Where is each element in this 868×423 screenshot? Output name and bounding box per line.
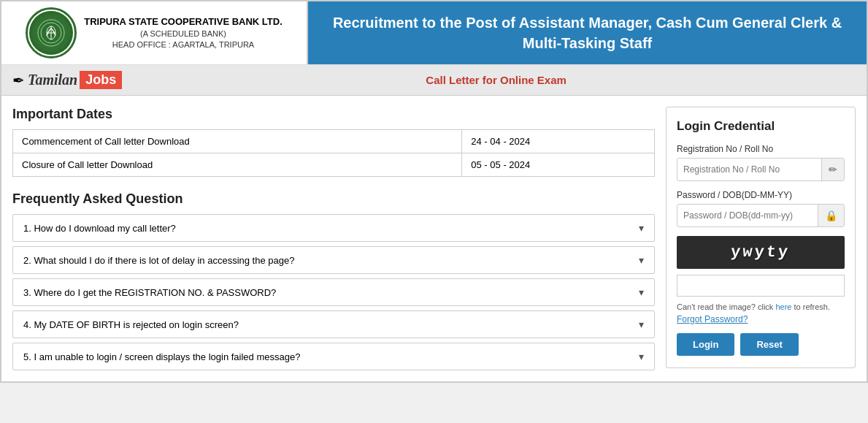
password-input[interactable] xyxy=(677,205,818,226)
chevron-down-icon: ▾ xyxy=(639,319,644,330)
page-title: Call Letter for Online Exam xyxy=(137,74,856,86)
faq-item-text: 4. My DATE OF BIRTH is rejected on login… xyxy=(23,319,239,330)
captcha-refresh-link[interactable]: here xyxy=(775,302,791,311)
table-row: Commencement of Call letter Download24 -… xyxy=(13,130,655,153)
reg-input[interactable] xyxy=(677,159,821,180)
password-label: Password / DOB(DD-MM-YY) xyxy=(677,190,845,200)
login-panel: Login Credential Registration No / Roll … xyxy=(666,107,856,368)
bank-sub1: (A SCHEDULED BANK) xyxy=(84,28,283,39)
faq-item-text: 2. What should I do if there is lot of d… xyxy=(23,255,294,266)
login-button[interactable]: Login xyxy=(677,333,734,356)
date-value: 24 - 04 - 2024 xyxy=(462,130,655,153)
tamilan-text: Tamilan xyxy=(28,72,77,88)
faq-title: Frequently Asked Question xyxy=(12,191,655,207)
chevron-down-icon: ▾ xyxy=(639,286,644,298)
captcha-hint-text: Can't read the image? click xyxy=(677,302,773,311)
captcha-hint: Can't read the image? click here to refr… xyxy=(677,302,845,311)
chevron-down-icon: ▾ xyxy=(639,351,644,362)
bank-logo xyxy=(26,7,77,58)
captcha-image: ywyty xyxy=(677,236,845,269)
table-row: Closure of Call letter Download05 - 05 -… xyxy=(13,153,655,177)
lock-icon: 🔒 xyxy=(818,205,844,226)
faq-item-text: 1. How do I download my call letter? xyxy=(23,223,176,234)
faq-item-text: 5. I am unable to login / screen display… xyxy=(23,351,300,362)
important-dates-title: Important Dates xyxy=(12,107,655,122)
login-title: Login Credential xyxy=(677,119,845,134)
captcha-hint-suffix: to refresh. xyxy=(794,302,831,311)
forgot-password-link[interactable]: Forgot Password? xyxy=(677,314,845,324)
faq-item[interactable]: 5. I am unable to login / screen display… xyxy=(12,343,655,370)
faq-list: 1. How do I download my call letter?▾2. … xyxy=(12,214,655,370)
header: TRIPURA STATE COOPERATIVE BANK LTD. (A S… xyxy=(1,1,867,65)
header-title-section: Recruitment to the Post of Assistant Man… xyxy=(308,1,867,64)
sub-header: ✒ Tamilan Jobs Call Letter for Online Ex… xyxy=(1,65,867,96)
tamilan-logo: ✒ Tamilan Jobs xyxy=(12,71,122,89)
bank-sub2: HEAD OFFICE : AGARTALA, TRIPURA xyxy=(84,39,283,50)
reset-button[interactable]: Reset xyxy=(740,333,798,356)
faq-item[interactable]: 3. Where do I get the REGISTRATION NO. &… xyxy=(12,278,655,306)
date-label: Closure of Call letter Download xyxy=(13,153,462,177)
captcha-input[interactable] xyxy=(677,275,845,297)
password-input-group: 🔒 xyxy=(677,204,845,227)
faq-item[interactable]: 4. My DATE OF BIRTH is rejected on login… xyxy=(12,310,655,338)
left-section: Important Dates Commencement of Call let… xyxy=(12,107,655,370)
date-label: Commencement of Call letter Download xyxy=(13,130,462,153)
reg-input-group: ✏ xyxy=(677,158,845,181)
captcha-text: ywyty xyxy=(730,243,791,262)
reg-label: Registration No / Roll No xyxy=(677,144,845,154)
chevron-down-icon: ▾ xyxy=(639,254,644,266)
bank-text: TRIPURA STATE COOPERATIVE BANK LTD. (A S… xyxy=(84,15,283,51)
date-value: 05 - 05 - 2024 xyxy=(462,153,655,177)
main-content: Important Dates Commencement of Call let… xyxy=(1,96,867,381)
faq-item[interactable]: 2. What should I do if there is lot of d… xyxy=(12,246,655,274)
chevron-down-icon: ▾ xyxy=(639,222,644,234)
login-buttons: Login Reset xyxy=(677,333,845,356)
pen-icon: ✒ xyxy=(12,72,25,89)
header-title: Recruitment to the Post of Assistant Man… xyxy=(323,12,852,53)
faq-item-text: 3. Where do I get the REGISTRATION NO. &… xyxy=(23,287,276,298)
header-logo-section: TRIPURA STATE COOPERATIVE BANK LTD. (A S… xyxy=(1,1,308,64)
bank-name: TRIPURA STATE COOPERATIVE BANK LTD. xyxy=(84,15,283,28)
faq-item[interactable]: 1. How do I download my call letter?▾ xyxy=(12,214,655,242)
jobs-badge: Jobs xyxy=(80,71,122,89)
edit-icon: ✏ xyxy=(821,159,844,180)
dates-table: Commencement of Call letter Download24 -… xyxy=(12,129,655,177)
